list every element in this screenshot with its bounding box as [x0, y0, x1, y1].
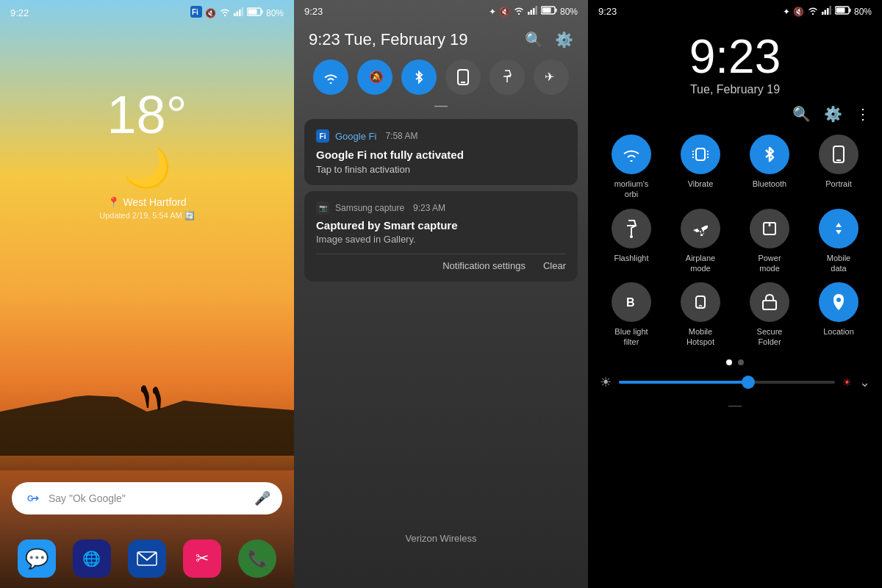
qs-search-icon[interactable]: 🔍 — [792, 105, 811, 123]
notif-settings-btn[interactable]: Notification settings — [442, 260, 526, 271]
qs-bt-tile-icon — [750, 135, 789, 174]
search-bar[interactable]: G Say "Ok Google" 🎤 — [12, 482, 282, 514]
home-status-bar: 9:22 Fi 🔇 80% — [0, 0, 294, 26]
qs-bluelight-tile-icon: B — [612, 282, 651, 322]
qs-tile-flashlight[interactable]: Flashlight — [600, 209, 663, 274]
svg-text:Fi: Fi — [192, 8, 198, 16]
svg-text:G: G — [27, 494, 34, 503]
qt-separator: — — [294, 98, 588, 113]
dock-phone[interactable]: 📞 — [238, 539, 276, 578]
wifi-icon — [219, 7, 231, 18]
qs-bottom-separator: — — [588, 398, 882, 413]
qs-tile-blue-light[interactable]: B Blue lightfilter — [600, 282, 663, 348]
svg-rect-5 — [241, 7, 243, 16]
qs-airplane-tile-icon — [681, 209, 720, 248]
qs-bt-label: Bluetooth — [753, 179, 786, 189]
svg-point-40 — [630, 235, 633, 238]
notif-search-icon[interactable]: 🔍 — [525, 31, 543, 49]
qs-battery-pct: 80% — [854, 7, 872, 17]
svg-rect-3 — [236, 12, 238, 17]
notif-fi-header: Fi Google Fi 7:58 AM — [316, 129, 566, 143]
brightness-max-icon: ☀ — [842, 376, 852, 388]
qs-tile-hotspot[interactable]: MobileHotspot — [669, 282, 732, 348]
toggle-portrait[interactable] — [445, 60, 481, 95]
qs-securefolder-label: SecureFolder — [757, 326, 783, 348]
notif-time: 9:23 — [304, 6, 323, 17]
qs-bluelight-label: Blue lightfilter — [614, 326, 648, 348]
svg-rect-44 — [696, 296, 705, 308]
qs-tile-bluetooth[interactable]: Bluetooth — [738, 135, 801, 200]
qs-status-icons: ✦ 🔇 80% — [783, 6, 872, 17]
samsung-notif-title: Captured by Smart capture — [316, 219, 566, 232]
dock-email[interactable] — [128, 539, 166, 578]
qs-tile-portrait[interactable]: Portrait — [807, 135, 870, 200]
fi-icon: Fi — [190, 6, 202, 20]
qs-toolbar: 🔍 ⚙️ ⋮ — [588, 99, 882, 129]
toggle-bluetooth[interactable] — [401, 60, 437, 95]
dock-browser[interactable]: 🌐 — [73, 539, 111, 578]
svg-rect-8 — [248, 10, 257, 15]
dock-messages[interactable]: 💬 — [18, 539, 56, 578]
weather-widget: 18° 🌙 📍 West Hartford Updated 2/19, 5:54… — [0, 88, 294, 220]
brightness-track[interactable] — [619, 381, 835, 384]
svg-rect-26 — [827, 8, 829, 15]
svg-rect-27 — [829, 6, 831, 15]
qs-time-large: 9:23 — [588, 33, 882, 80]
qs-tile-wifi[interactable]: morlium'sorbi — [600, 135, 663, 200]
svg-rect-13 — [528, 12, 530, 15]
mic-icon[interactable]: 🎤 — [254, 490, 270, 506]
notif-clear-btn[interactable]: Clear — [543, 260, 566, 271]
dock-bar: 💬 🌐 ✂ 📞 — [9, 539, 285, 578]
svg-rect-16 — [535, 6, 537, 15]
qs-dot-1 — [726, 359, 732, 365]
toggle-airplane[interactable]: ✈ — [534, 60, 569, 95]
mute-icon: 🔇 — [205, 8, 216, 18]
qs-airplane-label: Airplanemode — [686, 253, 715, 274]
qs-tile-secure-folder[interactable]: SecureFolder — [738, 282, 801, 348]
qs-tiles-grid: morlium'sorbi Vibrate Bluetooth Portrait — [588, 129, 882, 354]
qs-tile-location[interactable]: Location — [807, 282, 870, 348]
qs-clock: 9:23 Tue, February 19 — [588, 33, 882, 96]
svg-rect-4 — [239, 10, 241, 16]
notif-card-google-fi[interactable]: Fi Google Fi 7:58 AM Google Fi not fully… — [304, 119, 578, 185]
qs-flashlight-tile-icon — [612, 209, 651, 248]
location-name: West Hartford — [123, 196, 186, 208]
brightness-expand-icon[interactable]: ⌄ — [859, 374, 870, 390]
samsung-notif-time: 9:23 AM — [413, 203, 445, 213]
svg-rect-7 — [261, 10, 262, 14]
qs-tile-mobile-data[interactable]: Mobiledata — [807, 209, 870, 274]
toggle-wifi[interactable] — [313, 60, 348, 95]
toggle-mute[interactable]: 🔕 — [357, 60, 392, 95]
qs-mobiledata-label: Mobiledata — [827, 253, 850, 274]
notif-datetime: 9:23 Tue, February 19 — [309, 30, 467, 49]
notif-settings-icon[interactable]: ⚙️ — [555, 31, 573, 49]
samsung-app-icon: 📷 — [316, 201, 329, 215]
qs-status-bar: 9:23 ✦ 🔇 80% — [588, 0, 882, 23]
qs-time-status: 9:23 — [598, 6, 617, 17]
qs-vibrate-label: Vibrate — [688, 179, 714, 189]
notif-header-icons: 🔍 ⚙️ — [525, 31, 573, 49]
notif-samsung-header: 📷 Samsung capture 9:23 AM — [316, 201, 566, 215]
qs-flashlight-label: Flashlight — [614, 253, 648, 263]
notif-battery-icon — [541, 6, 557, 17]
samsung-notif-body: Image saved in Gallery. — [316, 234, 566, 245]
qs-tile-airplane[interactable]: Airplanemode — [669, 209, 732, 274]
fi-notif-body: Tap to finish activation — [316, 164, 566, 175]
qs-location-tile-icon — [819, 282, 858, 322]
home-screen: 9:22 Fi 🔇 80% 18° 🌙 📍 West Hartford Upda — [0, 0, 294, 588]
svg-rect-31 — [696, 148, 705, 160]
dock-cuts[interactable]: ✂ — [183, 539, 221, 578]
toggle-flashlight[interactable] — [490, 60, 525, 95]
svg-rect-2 — [234, 13, 236, 16]
brightness-thumb — [742, 376, 755, 389]
qs-wifi-label: morlium'sorbi — [614, 179, 649, 200]
qs-battery-icon — [835, 6, 851, 17]
qs-settings-icon[interactable]: ⚙️ — [824, 105, 842, 123]
qs-tile-power-mode[interactable]: Powermode — [738, 209, 801, 274]
silhouette — [0, 323, 294, 470]
qs-tile-vibrate[interactable]: Vibrate — [669, 135, 732, 200]
qs-mobiledata-tile-icon — [819, 209, 858, 248]
qs-portrait-label: Portrait — [825, 179, 851, 189]
qs-more-icon[interactable]: ⋮ — [856, 105, 870, 123]
notif-card-samsung[interactable]: 📷 Samsung capture 9:23 AM Captured by Sm… — [304, 191, 578, 282]
